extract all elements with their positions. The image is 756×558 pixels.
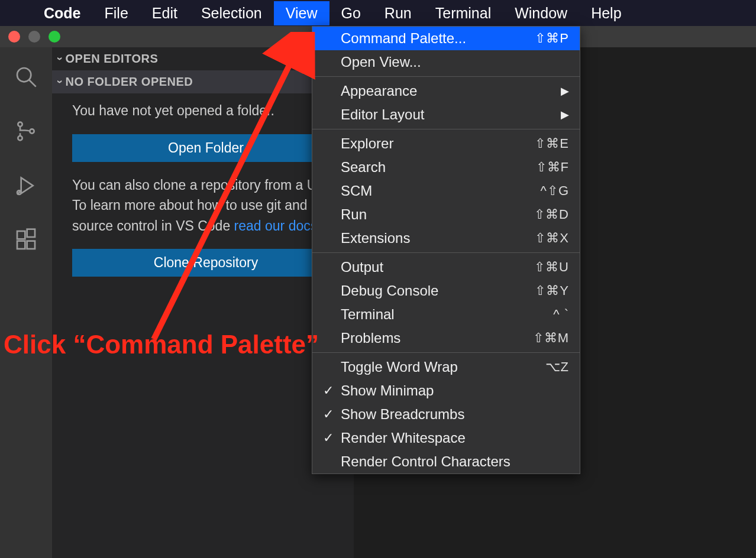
menu-item-render-whitespace[interactable]: ✓Render Whitespace [312,426,580,450]
menu-item-label: Open View... [341,54,569,70]
mac-menubar: Code File Edit Selection View Go Run Ter… [0,0,756,26]
menubar-item-file[interactable]: File [93,1,140,25]
menubar-item-run[interactable]: Run [373,1,424,25]
menubar-item-window[interactable]: Window [503,1,579,25]
clone-repository-button[interactable]: Clone Repository [72,249,340,277]
menu-item-label: Toggle Word Wrap [341,359,541,375]
menu-item-command-palette[interactable]: Command Palette...⇧⌘P [312,27,580,50]
menu-shortcut: ^ ` [553,307,569,322]
menu-item-show-minimap[interactable]: ✓Show Minimap [312,379,580,403]
menubar-item-view[interactable]: View [274,1,329,25]
svg-rect-11 [27,229,35,237]
window-zoom-icon[interactable] [49,31,60,43]
menu-item-label: Debug Console [341,283,530,299]
menu-shortcut: ⇧⌘P [535,31,569,46]
menu-shortcut: ⇧⌘E [535,136,569,151]
submenu-arrow-icon: ▶ [561,85,569,98]
menu-item-extensions[interactable]: Extensions⇧⌘X [312,226,580,250]
svg-marker-5 [21,178,33,194]
menu-item-appearance[interactable]: Appearance▶ [312,79,580,103]
menu-item-label: Show Breadcrumbs [341,406,569,423]
menu-shortcut: ⇧⌘X [535,231,569,246]
menu-item-toggle-word-wrap[interactable]: Toggle Word Wrap⌥Z [312,355,580,379]
explorer-sidebar: › OPEN EDITORS › NO FOLDER OPENED You ha… [52,47,354,558]
menu-item-label: Terminal [341,306,548,323]
submenu-arrow-icon: ▶ [561,108,569,121]
menu-separator [312,76,580,77]
menu-item-label: Appearance [341,83,556,99]
no-folder-header[interactable]: › NO FOLDER OPENED [52,70,354,93]
menu-item-label: Output [341,259,529,275]
check-icon: ✓ [321,383,336,398]
menu-item-label: Show Minimap [341,382,569,399]
menubar-item-terminal[interactable]: Terminal [424,1,503,25]
menu-item-editor-layout[interactable]: Editor Layout▶ [312,103,580,126]
menubar-item-help[interactable]: Help [579,1,633,25]
open-editors-header[interactable]: › OPEN EDITORS [52,47,354,70]
check-icon: ✓ [321,407,336,422]
annotation-text: Click “Command Palette” [4,330,319,359]
menu-shortcut: ⌥Z [545,359,569,375]
svg-rect-8 [17,231,25,239]
menu-separator [312,129,580,129]
menu-item-label: Editor Layout [341,106,556,123]
menu-item-label: Render Whitespace [341,430,569,446]
menu-item-label: SCM [341,183,536,199]
svg-rect-10 [27,241,35,249]
menu-item-label: Extensions [341,230,530,246]
menu-shortcut: ^⇧G [541,183,569,199]
open-editors-label: OPEN EDITORS [66,52,159,66]
menu-item-run[interactable]: Run⇧⌘D [312,203,580,226]
activity-bar [0,47,52,558]
clone-intro-text: You can also clone a repository from a U… [72,175,340,236]
menu-item-label: Command Palette... [341,30,530,47]
menu-item-open-view[interactable]: Open View... [312,50,580,74]
svg-point-2 [18,122,22,126]
search-icon[interactable] [14,65,38,89]
read-docs-link[interactable]: read our docs [234,218,318,233]
menu-item-problems[interactable]: Problems⇧⌘M [312,326,580,350]
menu-item-label: Render Control Characters [341,453,569,470]
chevron-down-icon: › [54,57,66,61]
svg-line-1 [29,80,36,87]
menu-item-label: Explorer [341,135,530,152]
chevron-down-icon: › [54,80,66,84]
window-minimize-icon[interactable] [28,31,40,43]
menu-item-label: Search [341,159,531,176]
check-icon: ✓ [321,430,336,446]
menubar-item-go[interactable]: Go [329,1,373,25]
menu-item-explorer[interactable]: Explorer⇧⌘E [312,132,580,155]
menu-shortcut: ⇧⌘Y [535,283,569,299]
menu-item-output[interactable]: Output⇧⌘U [312,255,580,279]
menu-separator [312,252,580,253]
no-folder-label: NO FOLDER OPENED [66,75,193,89]
svg-point-0 [17,68,31,82]
run-debug-icon[interactable] [14,174,38,197]
menu-item-scm[interactable]: SCM^⇧G [312,179,580,203]
menu-shortcut: ⇧⌘D [534,207,569,222]
no-folder-text: You have not yet opened a folder. [72,100,340,121]
source-control-icon[interactable] [14,119,38,143]
menu-item-label: Run [341,206,529,223]
menu-item-search[interactable]: Search⇧⌘F [312,155,580,179]
open-folder-button[interactable]: Open Folder [72,134,340,162]
menubar-item-edit[interactable]: Edit [140,1,189,25]
extensions-icon[interactable] [14,228,38,252]
svg-point-3 [18,136,22,140]
menu-item-terminal[interactable]: Terminal^ ` [312,303,580,326]
menu-shortcut: ⇧⌘U [534,259,569,275]
svg-rect-9 [17,241,25,249]
menu-item-render-control-characters[interactable]: Render Control Characters [312,450,580,473]
menubar-item-selection[interactable]: Selection [189,1,274,25]
window-close-icon[interactable] [8,31,20,43]
menu-separator [312,352,580,353]
view-menu-dropdown: Command Palette...⇧⌘POpen View...Appeara… [312,26,580,474]
menu-item-debug-console[interactable]: Debug Console⇧⌘Y [312,279,580,303]
menu-shortcut: ⇧⌘M [533,330,569,346]
menu-item-show-breadcrumbs[interactable]: ✓Show Breadcrumbs [312,403,580,426]
menu-item-label: Problems [341,330,528,346]
menu-shortcut: ⇧⌘F [536,160,569,175]
sidebar-body: You have not yet opened a folder. Open F… [52,93,354,277]
menubar-item-code[interactable]: Code [32,1,93,25]
